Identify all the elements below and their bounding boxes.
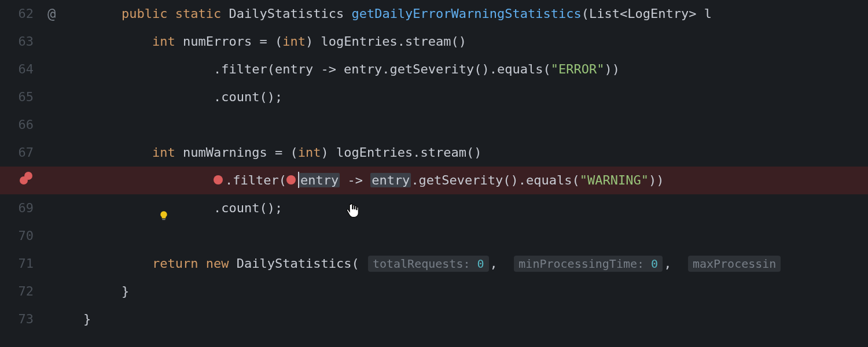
inline-breakpoint-icon[interactable] bbox=[286, 175, 296, 184]
inline-breakpoint-icon[interactable] bbox=[214, 175, 223, 184]
override-icon[interactable]: @ bbox=[47, 0, 56, 28]
keyword-int: int bbox=[152, 34, 175, 49]
code-line[interactable]: 73 } bbox=[0, 305, 868, 333]
return-type: DailyStatistics bbox=[229, 6, 344, 21]
code-text: )) bbox=[604, 62, 620, 76]
parameter-hint: maxProcessin bbox=[688, 256, 781, 272]
keyword-new: new bbox=[206, 256, 229, 271]
code-line[interactable]: 72 } bbox=[0, 278, 868, 305]
keyword-static: static bbox=[175, 6, 221, 21]
method-params: (List<LogEntry> l bbox=[582, 6, 712, 21]
parameter-hint: minProcessingTime: 0 bbox=[514, 256, 663, 272]
code-text: )) bbox=[649, 173, 664, 187]
keyword-int: int bbox=[282, 34, 306, 49]
code-text: numWarnings = ( bbox=[175, 145, 298, 160]
code-text: .count(); bbox=[214, 201, 282, 215]
code-line[interactable]: 71 return new DailyStatistics( totalRequ… bbox=[0, 250, 868, 278]
line-number: 67 bbox=[0, 139, 41, 167]
code-line[interactable]: 64 .filter(entry -> entry.getSeverity().… bbox=[0, 56, 868, 83]
line-number: 64 bbox=[0, 56, 41, 83]
code-text: ) logEntries.stream() bbox=[321, 145, 481, 160]
line-number: 66 bbox=[0, 111, 41, 139]
code-editor[interactable]: 61 62 @ public static DailyStatistics ge… bbox=[0, 0, 868, 333]
code-text: .filter( bbox=[225, 173, 286, 187]
keyword-return: return bbox=[152, 256, 198, 271]
code-line[interactable]: 70 bbox=[0, 222, 868, 250]
code-text: .getSeverity().equals( bbox=[411, 173, 579, 187]
code-text: .count(); bbox=[214, 90, 282, 104]
line-number: 71 bbox=[0, 250, 41, 278]
code-text: numErrors = ( bbox=[175, 34, 282, 49]
code-line-current[interactable]: .filter(entry -> entry.getSeverity().equ… bbox=[0, 167, 868, 194]
code-text: DailyStatistics( bbox=[229, 256, 359, 271]
line-number: 65 bbox=[0, 83, 41, 111]
code-text: ) logEntries.stream() bbox=[306, 34, 466, 49]
line-number: 70 bbox=[0, 222, 41, 250]
code-line[interactable]: 66 bbox=[0, 111, 868, 139]
keyword-public: public bbox=[122, 6, 167, 21]
identifier-highlight: entry bbox=[299, 173, 340, 187]
code-text: -> bbox=[340, 173, 370, 187]
keyword-int: int bbox=[298, 145, 321, 160]
code-line[interactable]: 67 int numWarnings = (int) logEntries.st… bbox=[0, 139, 868, 167]
line-number: 63 bbox=[0, 28, 41, 56]
string-literal: "WARNING" bbox=[580, 173, 649, 187]
code-text: , bbox=[490, 256, 498, 271]
method-declaration: getDailyErrorWarningStatistics bbox=[351, 6, 581, 21]
parameter-hint: totalRequests: 0 bbox=[368, 256, 489, 272]
line-number: 69 bbox=[0, 194, 41, 222]
code-line[interactable]: 69 .count(); bbox=[0, 194, 868, 222]
code-text: } bbox=[122, 284, 129, 298]
line-number: 72 bbox=[0, 278, 41, 305]
identifier-highlight: entry bbox=[370, 173, 411, 187]
string-literal: "ERROR" bbox=[551, 62, 605, 76]
code-text: } bbox=[83, 312, 91, 326]
breakpoint-icon[interactable] bbox=[20, 176, 32, 184]
intention-bulb-icon[interactable] bbox=[97, 175, 108, 186]
code-line[interactable]: 63 int numErrors = (int) logEntries.stre… bbox=[0, 28, 868, 56]
code-text: .filter(entry -> entry.getSeverity().equ… bbox=[214, 62, 551, 76]
line-number: 73 bbox=[0, 305, 41, 333]
keyword-int: int bbox=[152, 145, 175, 160]
code-line[interactable]: 65 .count(); bbox=[0, 83, 868, 111]
code-text: , bbox=[664, 256, 671, 271]
code-line[interactable]: 62 @ public static DailyStatistics getDa… bbox=[0, 0, 868, 28]
line-number: 62 bbox=[0, 0, 41, 28]
